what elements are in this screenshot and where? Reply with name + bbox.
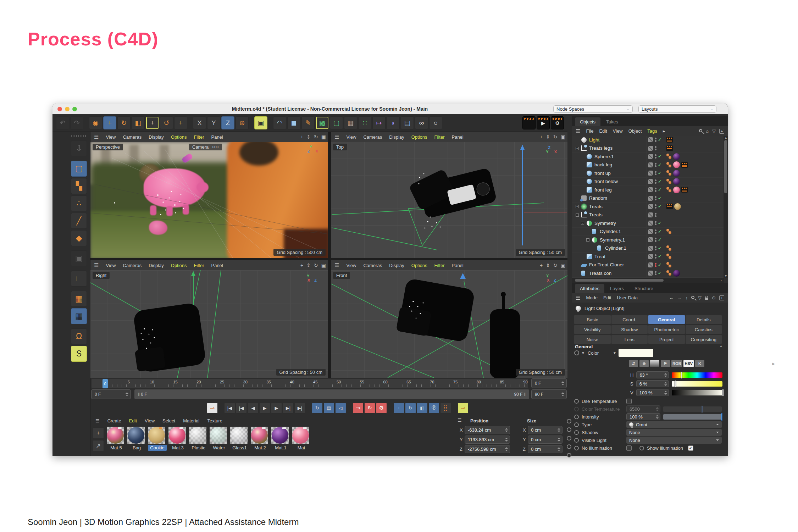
tweak-mode-icon[interactable]: ▣ [71,250,87,266]
viewport-menu-filter[interactable]: Filter [434,263,445,268]
record-toggle[interactable] [567,453,571,458]
record-toggle[interactable] [567,427,571,432]
tab-takes[interactable]: Takes [601,117,623,126]
minimize-window-button[interactable] [65,107,70,111]
enabled-check[interactable]: ✓ [658,204,662,209]
layouts-dropdown[interactable]: Layouts⌄ [638,105,716,113]
maximize-view-icon[interactable]: ▣ [321,262,326,268]
kelvin-mode-button[interactable]: K [695,360,704,367]
menu-user-data[interactable]: User Data [617,295,638,300]
attr-tab-noise[interactable]: Noise [574,335,611,344]
viewport-menu-display[interactable]: Display [389,263,404,268]
key-parameter-icon[interactable]: Ⓟ [428,403,439,414]
tree-row[interactable]: Treat✓ [572,253,724,261]
primitive-cube-icon[interactable]: ◼ [287,116,300,129]
tree-row[interactable]: Cylinder.1✓ [572,228,724,236]
editor-enable-toggle[interactable] [648,137,653,142]
forward-icon[interactable]: → [677,295,682,300]
make-editable-icon[interactable]: ⇩ [71,140,87,156]
record-toggle[interactable] [574,350,579,355]
material-thumbnail[interactable]: Mat.3 [168,427,187,451]
h-value-field[interactable]: 63 ° [636,371,669,378]
editor-enable-toggle[interactable] [648,187,653,192]
menu-icon[interactable]: ☰ [95,418,100,423]
play-sound-icon[interactable]: ◁ [335,403,346,414]
extrude-icon[interactable]: ▢ [330,116,343,129]
attr-tab-general[interactable]: General [648,315,685,324]
record-toggle[interactable] [574,446,579,450]
floor-icon[interactable]: ▤ [401,116,414,129]
more-icon[interactable]: ▸ [663,128,665,134]
animation-tag[interactable] [681,162,688,168]
enabled-check[interactable]: ✓ [658,162,662,167]
timeline-ruler[interactable]: 0 051015202530354045505560657075808590 [91,378,528,388]
coordinate-system-icon[interactable]: ⊕ [235,116,249,129]
render-view-icon[interactable]: ▣ [254,116,267,129]
viewport-menu-display[interactable]: Display [389,134,404,140]
pen-tool-icon[interactable]: ✎ [301,116,315,129]
dolly-icon[interactable]: ⇕ [546,262,550,268]
visibility-dots[interactable] [655,254,656,259]
material-thumbnail[interactable]: Plastic [189,427,208,451]
model-mode-icon[interactable]: ▢ [71,161,87,177]
visibility-dots[interactable] [655,188,656,192]
visibility-dots[interactable] [655,238,656,242]
enabled-check[interactable]: ✓ [658,179,662,184]
move-tool-icon[interactable]: + [103,116,116,129]
material-tag[interactable] [673,270,680,277]
editor-enable-toggle[interactable] [648,154,653,159]
enabled-check[interactable]: ✓ [658,187,662,192]
phong-tag[interactable] [666,254,672,259]
visibility-dots[interactable] [655,213,656,217]
tree-vertical-scrollbar[interactable]: ▲▼ [724,136,728,278]
material-tag[interactable] [674,203,681,210]
attr-tab-project[interactable]: Project [648,335,685,344]
expand-icon[interactable]: ▼ [613,351,616,355]
tree-horizontal-scrollbar[interactable]: › [572,278,724,283]
lock-icon[interactable] [705,298,708,300]
phong-tag[interactable] [666,179,672,184]
expand-collapse-icon[interactable]: − [576,205,579,208]
viewport-top[interactable]: ☰ViewCamerasDisplayOptionsFilterPanel+⇕↻… [331,132,567,258]
material-preview-sphere[interactable] [210,427,227,444]
s-slider[interactable] [672,381,722,387]
compact-icon[interactable]: ⇵ [629,360,638,367]
next-frame-icon[interactable]: ▶ [271,403,282,414]
material-thumbnail[interactable]: Water [210,427,228,451]
editor-enable-toggle[interactable] [648,204,653,209]
viewport-menu-filter[interactable]: Filter [194,263,204,268]
phong-tag[interactable] [666,229,672,234]
enabled-check[interactable]: ✓ [658,196,662,201]
wheel-icon[interactable]: ⊛ [639,360,649,367]
attr-tab-visibility[interactable]: Visibility [574,325,611,334]
editor-enable-toggle[interactable] [648,162,653,167]
viewport-menu-options[interactable]: Options [171,134,187,140]
tree-row[interactable]: −Treats [572,211,724,220]
goto-next-key-icon[interactable]: ▶| [283,403,294,414]
prev-frame-icon[interactable]: ◀ [248,403,259,414]
menu-object[interactable]: Object [628,128,642,134]
tree-row[interactable]: Treats con✓ [572,269,724,278]
active-move-tool-icon[interactable]: + [146,116,159,129]
more-icon[interactable]: ▶ [772,362,775,366]
polygon-mode-icon[interactable]: ◆ [71,230,87,246]
visibility-dots[interactable] [655,138,656,142]
deformer-icon[interactable]: ◗ [387,116,400,129]
viewport-right[interactable]: ☰ViewCamerasDisplayOptionsFilterPanel+⇕↻… [90,260,328,378]
viewport-menu-view[interactable]: View [106,263,116,268]
axis-rotate-icon[interactable]: ↺ [160,116,173,129]
material-menu-select[interactable]: Select [162,418,175,423]
expand-collapse-icon[interactable]: − [576,147,579,150]
gradient-icon[interactable] [650,360,659,367]
phong-tag[interactable] [666,262,672,268]
viewport-menu-options[interactable]: Options [411,134,427,140]
keying-settings-icon[interactable]: ⚙ [376,403,387,414]
goto-start-icon[interactable]: |◀ [224,403,235,414]
phong-tag[interactable] [666,245,672,251]
menu-icon[interactable]: ☰ [576,295,580,301]
tree-row[interactable]: front up✓ [572,169,724,178]
viewport-perspective[interactable]: ☰ViewCamerasDisplayOptionsFilterPanel+⇕↻… [90,132,328,258]
h-slider[interactable] [672,372,722,378]
axis-mode-icon[interactable]: ∟ [71,271,87,287]
animation-tag[interactable] [666,145,673,151]
